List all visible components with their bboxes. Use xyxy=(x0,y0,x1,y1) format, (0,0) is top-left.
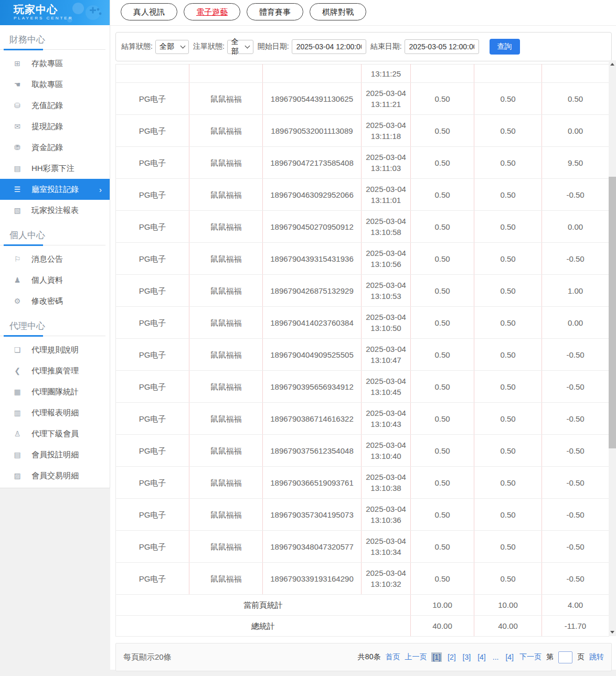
sidebar-group-finance: 財務中心 ⊞ 存款專區 ☚ 取款專區 xyxy=(0,25,110,221)
scroll-up-arrow-icon[interactable] xyxy=(609,60,616,68)
sidebar-item-announcements[interactable]: ⚐ 消息公告 xyxy=(0,249,110,270)
table-row: PG电子 鼠鼠福福 1896790339193164290 2025-03-04… xyxy=(116,563,609,595)
sidebar-item-player-bet-report[interactable]: ▧ 玩家投注報表 xyxy=(0,200,110,221)
sidebar-item-deposit-zone[interactable]: ⊞ 存款專區 xyxy=(0,53,110,74)
order-number-cell: 1896790472173585408 xyxy=(263,147,362,179)
valid-bet-cell: 0.50 xyxy=(474,83,542,115)
sidebar-item-hh-lottery-bets[interactable]: ▤ HH彩票下注 xyxy=(0,158,110,179)
order-status-select[interactable]: 全部 xyxy=(227,40,253,54)
bet-amount-cell: 0.50 xyxy=(411,275,474,307)
win-loss-cell: 9.50 xyxy=(542,147,609,179)
scrollbar-thumb[interactable] xyxy=(609,177,616,448)
tab-live-video[interactable]: 真人視訊 xyxy=(121,3,177,20)
settle-status-select[interactable]: 全部 xyxy=(155,40,189,54)
game-name-cell: 鼠鼠福福 xyxy=(189,83,263,115)
page-button-1[interactable]: [1] xyxy=(431,652,442,662)
bet-clock: 13:10:43 xyxy=(363,419,409,430)
bet-clock: 13:10:50 xyxy=(363,323,409,334)
people-icon: ♙ xyxy=(13,430,22,438)
first-page-link[interactable]: 首页 xyxy=(385,652,400,662)
win-loss-cell: 1.00 xyxy=(542,275,609,307)
jump-button[interactable]: 跳转 xyxy=(589,652,604,662)
sidebar-item-label: 玩家投注報表 xyxy=(31,206,79,216)
bet-amount-cell: 0.50 xyxy=(411,339,474,371)
sidebar-item-label: 代理團隊統計 xyxy=(31,387,79,397)
page-button-2[interactable]: [2] xyxy=(447,652,457,662)
page-jump-input[interactable] xyxy=(558,651,572,663)
prev-page-link[interactable]: 上一页 xyxy=(405,652,427,662)
report-chart-icon: ▧ xyxy=(13,206,22,214)
sidebar-item-label: 資金記錄 xyxy=(31,143,63,153)
sidebar-item-agent-rules[interactable]: ❏ 代理規則說明 xyxy=(0,339,110,360)
valid-bet-cell: 0.50 xyxy=(474,275,542,307)
sidebar-item-member-transaction-detail[interactable]: ▨ 會員交易明細 xyxy=(0,465,110,486)
sidebar-item-recharge-records[interactable]: ⛁ 充值記錄 xyxy=(0,95,110,116)
tab-sports-events[interactable]: 體育賽事 xyxy=(247,3,303,20)
sidebar-item-label: 廳室投註記錄 xyxy=(31,185,79,195)
win-loss-cell: 0.00 xyxy=(542,115,609,147)
sidebar-item-agent-team-stats[interactable]: ▦ 代理團隊統計 xyxy=(0,381,110,402)
game-name-cell: 鼠鼠福福 xyxy=(189,499,263,531)
sidebar-item-withdrawal-records[interactable]: ✉ 提現記錄 xyxy=(0,116,110,137)
table-row-partial: 13:11:25 xyxy=(116,65,609,83)
page-ellipsis[interactable]: ... xyxy=(492,652,500,662)
win-loss-cell: -0.50 xyxy=(542,371,609,403)
bet-clock: 13:11:18 xyxy=(363,131,409,142)
wallet-icon: ✉ xyxy=(13,122,22,131)
provider-cell: PG电子 xyxy=(116,83,189,115)
end-date-input[interactable] xyxy=(405,39,479,54)
order-number-cell: 1896790375612354048 xyxy=(263,435,362,467)
settle-status-label: 結算狀態: xyxy=(121,42,153,51)
page-button-4[interactable]: [4] xyxy=(476,652,487,662)
tab-board-card-battle[interactable]: 棋牌對戰 xyxy=(310,3,366,20)
valid-bet-cell: 0.50 xyxy=(474,243,542,275)
bet-amount-cell: 0.50 xyxy=(411,179,474,211)
table-scrollbar[interactable] xyxy=(609,60,616,636)
sidebar-item-change-password[interactable]: ⚙ 修改密碼 xyxy=(0,291,110,312)
sidebar-item-withdraw-zone[interactable]: ☚ 取款專區 xyxy=(0,74,110,95)
bet-date: 2025-03-04 xyxy=(363,280,409,291)
valid-bet-cell: 0.50 xyxy=(474,563,542,595)
game-name-cell: 鼠鼠福福 xyxy=(189,467,263,499)
valid-bet-cell: 0.50 xyxy=(474,307,542,339)
start-date-input[interactable] xyxy=(292,39,366,54)
query-button[interactable]: 查詢 xyxy=(490,39,520,55)
table-row: PG电子 鼠鼠福福 1896790463092952066 2025-03-04… xyxy=(116,179,609,211)
sidebar-item-profile[interactable]: ♟ 個人資料 xyxy=(0,270,110,291)
sidebar-item-room-bet-records[interactable]: ☰ 廳室投註記錄 › xyxy=(0,179,110,200)
win-loss-cell: -0.50 xyxy=(542,563,609,595)
sidebar-item-agent-report-detail[interactable]: ▥ 代理報表明細 xyxy=(0,402,110,423)
bet-clock: 13:10:32 xyxy=(363,578,409,589)
page-button-3[interactable]: [3] xyxy=(462,652,472,662)
tab-electronic-games[interactable]: 電子遊藝 xyxy=(184,3,240,20)
page-button-4b[interactable]: [4] xyxy=(504,652,515,662)
provider-cell: PG电子 xyxy=(116,243,189,275)
total-summary-valid-bet: 40.00 xyxy=(474,616,542,637)
bet-date: 2025-03-04 xyxy=(363,407,409,419)
filter-bar: 結算狀態: 全部 注單狀態: 全部 開始日期: 結束日期: 查詢 xyxy=(115,32,612,61)
valid-bet-cell: 0.50 xyxy=(474,147,542,179)
sidebar-item-member-bet-detail[interactable]: ▤ 會員投註明細 xyxy=(0,444,110,465)
order-status-label: 注單狀態: xyxy=(193,42,225,51)
end-date-label: 結束日期: xyxy=(370,42,402,51)
sidebar-item-funds-records[interactable]: ⛃ 資金記錄 xyxy=(0,137,110,158)
provider-cell: PG电子 xyxy=(116,339,189,371)
win-loss-cell: 0.00 xyxy=(542,307,609,339)
bet-amount-cell: 0.50 xyxy=(411,531,474,563)
sidebar-item-agent-subordinate-members[interactable]: ♙ 代理下級會員 xyxy=(0,423,110,444)
table-row: PG电子 鼠鼠福福 1896790375612354048 2025-03-04… xyxy=(116,435,609,467)
valid-bet-cell: 0.50 xyxy=(474,499,542,531)
scroll-down-arrow-icon[interactable] xyxy=(609,628,616,636)
order-number-cell: 1896790357304195073 xyxy=(263,499,362,531)
bet-time-cell: 2025-03-04 13:11:21 xyxy=(362,83,411,115)
game-name-cell: 鼠鼠福福 xyxy=(189,211,263,243)
sidebar-item-agent-promotion[interactable]: ❮ 代理推廣管理 xyxy=(0,360,110,381)
next-page-link[interactable]: 下一页 xyxy=(519,652,541,662)
app-window: 玩家中心 PLAYERS CENTER 財務中心 ⊞ 存款專區 xyxy=(0,0,616,670)
table-row: PG电子 鼠鼠福福 1896790404909525505 2025-03-04… xyxy=(116,339,609,371)
table-row: PG电子 鼠鼠福福 1896790472173585408 2025-03-04… xyxy=(116,147,609,179)
order-number-cell: 1896790395656934912 xyxy=(263,371,362,403)
order-number-cell: 1896790386714616322 xyxy=(263,403,362,435)
bet-time-cell: 2025-03-04 13:10:32 xyxy=(362,563,411,595)
bet-date: 2025-03-04 xyxy=(363,120,409,131)
